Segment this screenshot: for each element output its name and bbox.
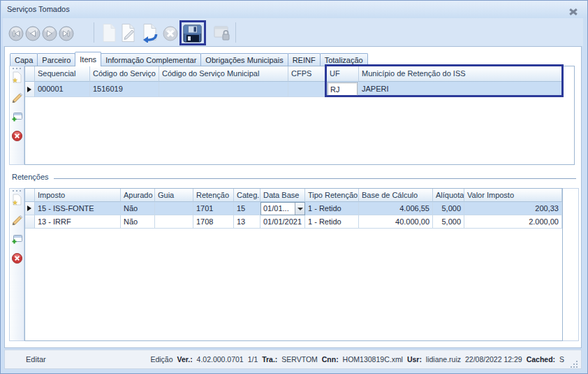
record-toolbar	[3, 18, 583, 46]
tab-itens[interactable]: Itens	[75, 52, 101, 66]
status-cnn: HOM130819C.xml	[343, 355, 403, 364]
status-page: 1/1	[248, 355, 258, 364]
next-record-button[interactable]	[42, 26, 57, 43]
tab-totalizacao[interactable]: Totalização	[320, 53, 368, 66]
cell-aliquota[interactable]: 5,000	[433, 215, 464, 229]
items-grid-header: Sequencial Código do Serviço Código do S…	[25, 66, 574, 82]
status-tra-label: Tra.:	[262, 355, 277, 364]
items-grid: Sequencial Código do Serviço Código do S…	[24, 66, 575, 165]
col-codigo-servico-municipal[interactable]: Código do Serviço Municipal	[159, 66, 288, 82]
status-ver-label: Ver.:	[177, 355, 192, 364]
insert-retencao-icon[interactable]	[11, 233, 23, 245]
col-retencao[interactable]: Retenção	[193, 189, 234, 202]
col-data-base[interactable]: Data Base	[260, 189, 305, 202]
window-servicos-tomados: Serviços Tomados	[0, 0, 588, 374]
cell-base-calculo[interactable]: 40.000,00	[359, 215, 433, 229]
cell-categ[interactable]: 15	[234, 202, 260, 215]
status-tra: SERVTOM	[281, 355, 318, 364]
col-tipo-retencao[interactable]: Tipo Retenção	[305, 189, 359, 202]
status-mode: Editar	[26, 350, 46, 368]
toolbar-gripper	[13, 190, 21, 192]
add-item-icon[interactable]	[11, 71, 23, 83]
cell-retencao[interactable]: 1701	[193, 202, 234, 215]
cell-codigo-servico[interactable]: 1516019	[90, 82, 159, 97]
col-guia[interactable]: Guia	[155, 189, 193, 202]
cell-municipio[interactable]: JAPERI	[359, 82, 562, 97]
current-row-indicator-icon	[27, 206, 31, 211]
cell-guia[interactable]	[155, 215, 193, 229]
cell-sequencial[interactable]: 000001	[35, 82, 90, 97]
status-cnn-label: Cnn:	[322, 355, 339, 364]
save-record-button[interactable]	[183, 24, 202, 44]
cell-codigo-servico-municipal[interactable]	[159, 82, 288, 97]
window-title: Serviços Tomados	[7, 5, 70, 13]
status-cached-label: Cached:	[527, 355, 555, 364]
first-record-button[interactable]	[8, 26, 24, 43]
insert-item-icon[interactable]	[11, 110, 23, 122]
cell-guia[interactable]	[155, 202, 193, 215]
combo-dropdown-icon[interactable]	[295, 203, 304, 215]
resize-grip-icon[interactable]	[570, 357, 579, 366]
col-apurado[interactable]: Apurado	[121, 189, 155, 202]
col-cfps[interactable]: CFPS	[288, 66, 327, 82]
tab-reinf[interactable]: REINF	[288, 53, 321, 66]
delete-item-icon[interactable]	[11, 130, 23, 142]
cell-categ[interactable]: 13	[234, 215, 260, 229]
items-side-toolbar	[9, 66, 24, 165]
edit-retencao-icon[interactable]	[11, 213, 23, 225]
cell-uf[interactable]: RJ	[327, 82, 359, 97]
col-municipio-retencao-iss[interactable]: Município de Retenção do ISS	[359, 66, 562, 82]
status-datetime: 22/08/2022 12:29	[465, 355, 522, 364]
edit-item-icon[interactable]	[11, 91, 23, 103]
cell-valor-imposto[interactable]: 2.000,00	[464, 215, 562, 229]
cancel-record-button[interactable]	[163, 26, 178, 43]
cell-data-base[interactable]: 01/01/2021	[260, 215, 305, 229]
col-sequencial[interactable]: Sequencial	[35, 66, 90, 82]
cell-imposto[interactable]: 15 - ISS-FONTE	[35, 202, 121, 215]
cell-apurado[interactable]: Não	[121, 215, 155, 229]
cell-aliquota[interactable]: 5,000	[433, 202, 464, 215]
col-valor-imposto[interactable]: Valor Imposto	[464, 189, 562, 202]
security-lock-button[interactable]	[214, 25, 231, 43]
delete-retencao-icon[interactable]	[11, 252, 23, 264]
cell-valor-imposto[interactable]: 200,33	[464, 202, 562, 215]
status-cached: S	[559, 355, 564, 364]
status-usr-label: Usr:	[407, 355, 422, 364]
tab-parceiro[interactable]: Parceiro	[37, 53, 75, 66]
status-usr: lidiane.ruiz	[426, 355, 461, 364]
cell-retencao[interactable]: 1708	[193, 215, 234, 229]
retencoes-grid-row[interactable]: 15 - ISS-FONTE Não 1701 15 01/01... 1 - …	[25, 202, 562, 215]
retencoes-group-line	[54, 178, 576, 179]
tab-strip: Capa Parceiro Itens Informação Complemen…	[10, 52, 367, 66]
col-uf[interactable]: UF	[327, 66, 359, 82]
retencoes-grid-row[interactable]: 13 - IRRF Não 1708 13 01/01/2021 1 - Ret…	[25, 215, 562, 229]
revert-record-button[interactable]	[140, 23, 159, 44]
edit-record-button[interactable]	[120, 23, 137, 44]
col-base-calculo[interactable]: Base de Cálculo	[359, 189, 433, 202]
col-codigo-servico[interactable]: Código do Serviço	[90, 66, 159, 82]
retencoes-grid: Imposto Apurado Guia Retenção Categ. Dat…	[24, 188, 563, 341]
last-record-button[interactable]	[59, 26, 74, 43]
cell-data-base-editor[interactable]: 01/01...	[260, 202, 305, 215]
cell-cfps[interactable]	[288, 82, 327, 97]
cell-apurado[interactable]: Não	[121, 202, 155, 215]
col-aliquota[interactable]: Alíquota	[433, 189, 464, 202]
col-categ[interactable]: Categ.	[234, 189, 260, 202]
tab-capa[interactable]: Capa	[10, 53, 38, 66]
col-imposto[interactable]: Imposto	[35, 189, 121, 202]
tab-informacao-complementar[interactable]: Informação Complementar	[101, 53, 201, 66]
tab-obrigacoes-municipais[interactable]: Obrigações Municipais	[200, 53, 288, 66]
cell-imposto[interactable]: 13 - IRRF	[35, 215, 121, 229]
cell-base-calculo[interactable]: 4.006,55	[359, 202, 433, 215]
cell-tipo-retencao[interactable]: 1 - Retido	[305, 215, 359, 229]
close-icon[interactable]	[569, 8, 578, 15]
items-grid-row[interactable]: 000001 1516019 RJ JAPERI	[25, 82, 574, 97]
status-info: Edição Ver.: 4.02.000.0701 1/1 Tra.: SER…	[148, 350, 564, 368]
prior-record-button[interactable]	[25, 26, 41, 43]
cell-tipo-retencao[interactable]: 1 - Retido	[305, 202, 359, 215]
insert-record-button[interactable]	[101, 23, 117, 44]
status-edicao: Edição	[150, 355, 172, 364]
titlebar[interactable]: Serviços Tomados	[1, 1, 587, 18]
add-retencao-icon[interactable]	[11, 194, 23, 206]
retencoes-side-toolbar	[9, 188, 24, 341]
